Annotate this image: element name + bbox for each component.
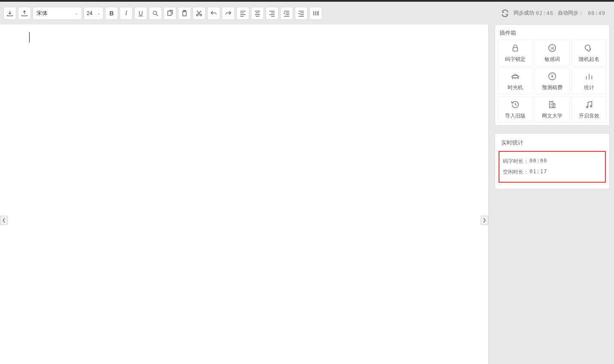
cut-button[interactable]: [193, 7, 206, 20]
paste-button[interactable]: [178, 7, 191, 20]
lock-icon: [510, 43, 520, 53]
plugin-head[interactable]: 随机起名: [572, 39, 607, 66]
align-left-button[interactable]: [236, 7, 249, 20]
plugin-panel-title: 插件箱: [498, 29, 607, 39]
align-center-button[interactable]: [251, 7, 264, 20]
bold-button[interactable]: B: [105, 7, 118, 20]
yen-icon: ¥: [547, 71, 557, 81]
plugin-building[interactable]: 网文大学: [535, 96, 570, 123]
auto-sync-label: 自动同步：: [558, 9, 584, 17]
plugin-panel: 插件箱 码字锁定词敏感词随机起名时光机¥预测稿费统计导入旧版网文大学开启音效: [495, 24, 610, 126]
stat-value: 00:00: [529, 158, 547, 165]
align-right-button[interactable]: [266, 7, 278, 20]
plugin-music[interactable]: 开启音效: [572, 96, 607, 123]
plugin-label: 码字锁定: [505, 56, 526, 63]
font-select[interactable]: 宋体 ⌄: [33, 7, 82, 20]
indent-decrease-button[interactable]: [280, 7, 293, 20]
font-name-label: 宋体: [36, 9, 48, 17]
font-size-label: 24: [87, 10, 92, 16]
svg-point-9: [512, 75, 519, 78]
stats-panel: 实时统计 码字时长：00:00空闲时长：01:17: [495, 133, 610, 189]
svg-point-14: [587, 106, 588, 108]
plugin-ufo[interactable]: 时光机: [498, 68, 533, 94]
plugin-bars[interactable]: 统计: [572, 68, 607, 94]
plugin-yen[interactable]: ¥预测稿费: [535, 68, 570, 94]
plugin-label: 统计: [584, 84, 594, 91]
plugin-label: 开启音效: [579, 112, 599, 120]
editor-area[interactable]: [0, 24, 489, 364]
plugin-word[interactable]: 词敏感词: [535, 39, 570, 66]
import-button[interactable]: [3, 7, 16, 20]
stat-label: 码字时长：: [503, 158, 529, 165]
underline-button[interactable]: U: [134, 7, 147, 20]
head-icon: [584, 43, 594, 53]
plugin-label: 随机起名: [579, 56, 599, 63]
svg-text:¥: ¥: [550, 74, 554, 78]
plugin-lock[interactable]: 码字锁定: [498, 39, 533, 66]
auto-sync-time: 08:49: [588, 10, 605, 16]
stat-row: 码字时长：00:00: [503, 156, 602, 167]
svg-rect-13: [553, 104, 555, 108]
music-icon: [584, 99, 594, 110]
export-button[interactable]: [18, 7, 31, 20]
sync-icon[interactable]: [501, 9, 509, 18]
italic-button[interactable]: I: [120, 7, 133, 20]
prev-chapter-button[interactable]: [0, 216, 8, 225]
stats-panel-title: 实时统计: [501, 139, 603, 147]
chevron-down-icon: ⌄: [75, 11, 78, 15]
stat-label: 空闲时长：: [503, 168, 529, 176]
indent-increase-button[interactable]: [295, 7, 308, 20]
next-chapter-button[interactable]: [481, 216, 488, 225]
sync-status-area: 同步成功 02:46 自动同步： 08:49: [501, 9, 611, 18]
svg-point-15: [590, 105, 592, 107]
ufo-icon: [510, 71, 520, 81]
font-size-select[interactable]: 24 ⌄: [84, 7, 103, 20]
plugin-label: 敏感词: [544, 56, 560, 63]
svg-text:词: 词: [550, 46, 554, 50]
sync-status-label: 同步成功: [514, 9, 534, 17]
svg-point-0: [153, 11, 157, 15]
sidebar: 插件箱 码字锁定词敏感词随机起名时光机¥预测稿费统计导入旧版网文大学开启音效 实…: [489, 24, 614, 364]
copy-button[interactable]: [163, 7, 176, 20]
text-cursor: [29, 32, 30, 42]
bars-icon: [584, 71, 594, 81]
undo-button[interactable]: [207, 7, 220, 20]
sync-status-time: 02:46: [536, 10, 554, 16]
chevron-down-icon: ⌄: [97, 11, 100, 15]
toolbar: 宋体 ⌄ 24 ⌄ B I U: [0, 2, 614, 24]
word-icon: 词: [547, 43, 557, 53]
plugin-label: 导入旧版: [505, 112, 526, 120]
stat-value: 01:17: [529, 168, 547, 176]
plugin-label: 网文大学: [542, 112, 563, 120]
building-icon: [547, 99, 557, 110]
redo-button[interactable]: [222, 7, 235, 20]
search-button[interactable]: [149, 7, 162, 20]
plugin-history[interactable]: 导入旧版: [498, 96, 533, 123]
svg-rect-1: [168, 11, 171, 15]
stat-row: 空闲时长：01:17: [503, 167, 602, 177]
history-icon: [510, 99, 520, 110]
plugin-label: 时光机: [508, 84, 523, 91]
plugin-label: 预测稿费: [542, 84, 563, 91]
svg-rect-6: [513, 48, 518, 51]
typeset-button[interactable]: [309, 7, 322, 20]
stats-highlight-box: 码字时长：00:00空闲时长：01:17: [499, 151, 606, 183]
